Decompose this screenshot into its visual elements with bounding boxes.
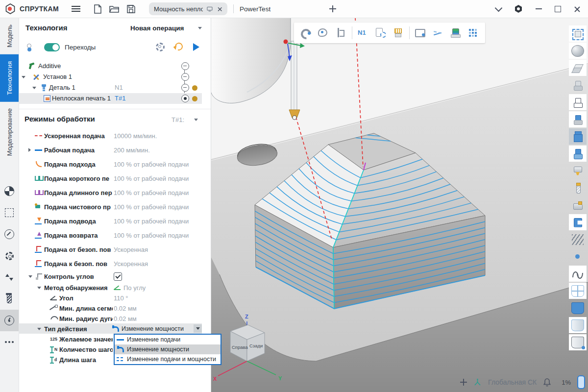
rail-tool[interactable]: [0, 223, 19, 245]
param-row[interactable]: Подача чистового пр 100 % от рабочей под…: [19, 199, 211, 214]
new-operation-selector[interactable]: Новая операция: [130, 24, 184, 32]
menu-icon[interactable]: [72, 6, 80, 12]
new-tab-icon[interactable]: [329, 5, 336, 12]
coordinate-system-label[interactable]: Глобальная СК: [488, 378, 537, 386]
toolbar-button[interactable]: [372, 24, 390, 42]
toolbar-button[interactable]: [465, 24, 482, 42]
param-row[interactable]: Подача от безоп. пов Ускоренная Ускоренн…: [19, 242, 211, 256]
rail-tool[interactable]: [0, 267, 19, 288]
zoom-plus-icon[interactable]: [460, 379, 467, 386]
rail-tab[interactable]: Технология: [0, 54, 19, 102]
modes-caret-icon[interactable]: [194, 119, 198, 121]
view-tool[interactable]: [569, 334, 587, 350]
tree-chevron-icon[interactable]: [32, 87, 36, 89]
toolbar-button[interactable]: [332, 24, 350, 42]
param-row[interactable]: Ускоренная подача 10000 мм/мин. 10000 мм…: [19, 128, 211, 143]
close-document-icon[interactable]: [218, 6, 222, 11]
rail-tool[interactable]: [0, 331, 19, 353]
tree-row[interactable]: Неплоская печать 1 T#1: [19, 93, 211, 104]
param-row[interactable]: Рабочая подача 200 мм/мин. 200 мм/мин.: [19, 143, 211, 157]
tree-row[interactable]: Установ 1: [19, 72, 211, 82]
param-chevron-icon[interactable]: [28, 148, 31, 152]
view-tool[interactable]: [569, 60, 587, 76]
open-file-button[interactable]: [106, 1, 122, 16]
cube-face-right[interactable]: Справа: [232, 344, 248, 350]
view-tool[interactable]: [569, 266, 587, 282]
view-tool[interactable]: [569, 231, 587, 247]
param-row[interactable]: Подача короткого пе 100 % от рабочей под…: [19, 171, 211, 185]
document-tab[interactable]: Мощность неплос: [149, 2, 227, 15]
param-chevron-icon[interactable]: [37, 328, 41, 330]
param-row[interactable]: Подача подвода 100 % от рабочей подачи 1…: [19, 214, 211, 228]
view-tool[interactable]: [569, 94, 587, 110]
param-row[interactable]: Тип действия Изменение мощности Изменени…: [19, 323, 211, 334]
action-type-dropdown[interactable]: Изменение мощности: [112, 324, 202, 333]
view-tool[interactable]: [569, 197, 587, 213]
tree-chevron-icon[interactable]: [22, 76, 25, 78]
view-tool[interactable]: [569, 180, 587, 196]
param-row[interactable]: Подача длинного пер 100 % от рабочей под…: [19, 185, 211, 199]
save-button[interactable]: [122, 1, 139, 16]
toolbar-button[interactable]: [412, 24, 429, 42]
view-tool[interactable]: [569, 146, 587, 162]
dropdown-item[interactable]: Изменение мощности: [115, 344, 220, 354]
suppress-toggle-icon[interactable]: [181, 62, 189, 70]
minimize-button[interactable]: [536, 8, 542, 9]
view-tool[interactable]: [569, 163, 587, 179]
rail-tool[interactable]: [0, 310, 19, 331]
view-tool[interactable]: [569, 317, 587, 333]
dropdown-item[interactable]: Изменение подачи и мощности: [115, 354, 220, 364]
suppress-toggle-icon[interactable]: [181, 95, 189, 102]
operation-settings-gear-icon[interactable]: [156, 43, 165, 51]
param-row[interactable]: Угол 110 ° 110 °: [19, 293, 211, 303]
view-tool[interactable]: [569, 214, 587, 230]
suppress-toggle-icon[interactable]: [181, 73, 189, 81]
param-row[interactable]: Подача возврата 100 % от рабочей подачи …: [19, 228, 211, 242]
toolbar-button[interactable]: [352, 26, 352, 39]
project-tab[interactable]: PowerTest: [240, 5, 270, 13]
3d-viewport[interactable]: Справа Сзади Z X Y: [211, 18, 588, 392]
view-tool[interactable]: [569, 283, 587, 299]
toolbar-button[interactable]: [297, 24, 315, 42]
view-tool[interactable]: [569, 111, 587, 127]
param-row[interactable]: Подача подхода 100 % от рабочей подачи 1…: [19, 157, 211, 171]
new-file-button[interactable]: [89, 1, 106, 16]
view-tool[interactable]: [569, 77, 587, 93]
operation-caret-icon[interactable]: [198, 27, 202, 29]
view-tool[interactable]: [569, 43, 587, 59]
checkbox[interactable]: [114, 272, 122, 281]
rail-tool[interactable]: [0, 180, 19, 202]
suppress-toggle-icon[interactable]: [181, 84, 189, 92]
dropdown-button[interactable]: [194, 324, 202, 333]
transitions-toggle[interactable]: [44, 43, 60, 51]
toolbar-button[interactable]: [409, 26, 410, 39]
view-tool[interactable]: [569, 128, 587, 145]
view-tool[interactable]: [569, 25, 587, 42]
coordinate-system-icon[interactable]: [473, 378, 482, 387]
param-row[interactable]: Метод обнаружения По углу По углу: [19, 282, 211, 293]
rail-tab[interactable]: Модель: [0, 18, 19, 54]
toolbar-button[interactable]: [315, 24, 332, 42]
param-row[interactable]: Мин. длина сегме 0.02 мм 0.02 мм: [19, 303, 211, 313]
rail-tool[interactable]: [0, 245, 19, 267]
tree-row[interactable]: Деталь 1 N1: [19, 82, 211, 93]
param-row[interactable]: Мин. радиус дуги 0.02 мм 0.02 мм: [19, 313, 211, 323]
toolbar-button[interactable]: N1: [354, 24, 372, 42]
rail-tool[interactable]: [0, 288, 19, 310]
chevron-down-icon[interactable]: [495, 4, 503, 12]
settings-nut-icon[interactable]: [514, 4, 523, 13]
view-tool[interactable]: [569, 300, 587, 316]
bell-icon[interactable]: [543, 378, 551, 387]
toolbar-button[interactable]: [447, 24, 465, 42]
maximize-button[interactable]: [555, 6, 561, 12]
param-chevron-icon[interactable]: [28, 275, 32, 278]
recalculate-icon[interactable]: [173, 41, 184, 52]
param-row[interactable]: Контроль углов: [19, 270, 211, 282]
close-window-button[interactable]: [574, 6, 580, 12]
rail-tool[interactable]: [0, 202, 19, 223]
cube-face-back[interactable]: Сзади: [249, 343, 263, 348]
dropdown-item[interactable]: Изменение подачи: [115, 335, 220, 344]
param-row[interactable]: Подача к безоп. пов Ускоренная Ускоренна…: [19, 256, 211, 270]
param-chevron-icon[interactable]: [37, 287, 41, 289]
run-button[interactable]: [193, 43, 199, 51]
